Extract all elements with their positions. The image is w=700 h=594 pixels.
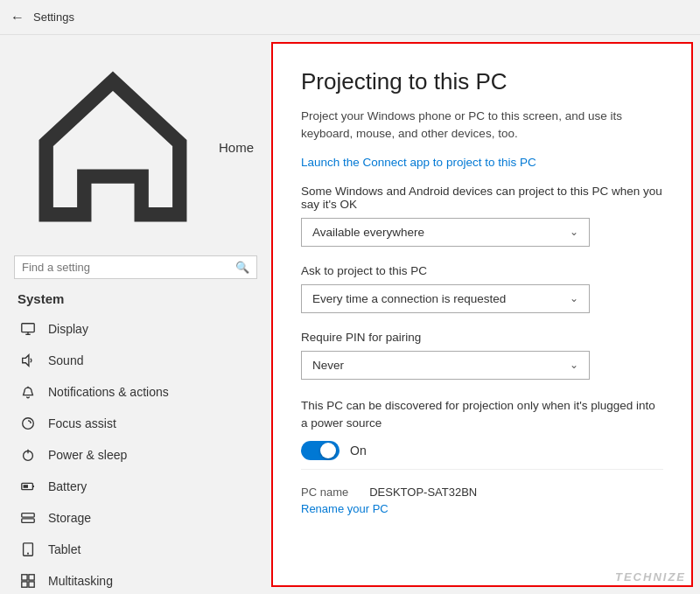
section-availability: Some Windows and Android devices can pro… xyxy=(301,185,663,247)
plug-description: This PC can be discovered for projection… xyxy=(301,397,663,433)
pc-name-key: PC name xyxy=(301,486,348,499)
sidebar-item-label: Power & sleep xyxy=(48,448,127,462)
availability-dropdown[interactable]: Available everywhere ⌄ xyxy=(301,218,590,247)
availability-dropdown-value: Available everywhere xyxy=(312,226,424,239)
pc-info-section: PC name DESKTOP-SAT32BN xyxy=(301,469,663,499)
sidebar-item-label: Storage xyxy=(48,511,91,525)
back-button[interactable]: ← xyxy=(10,10,24,25)
plug-section: This PC can be discovered for projection… xyxy=(301,397,663,461)
home-label: Home xyxy=(219,140,254,155)
sidebar-item-power[interactable]: Power & sleep xyxy=(0,439,271,471)
sidebar-item-label: Tablet xyxy=(48,542,80,556)
search-box[interactable]: 🔍 xyxy=(14,255,257,279)
sidebar-item-storage[interactable]: Storage xyxy=(0,502,271,534)
sidebar-item-sound[interactable]: Sound xyxy=(0,345,271,376)
tablet-icon xyxy=(20,542,36,557)
sidebar-item-home[interactable]: Home xyxy=(0,45,271,250)
pc-name-value: DESKTOP-SAT32BN xyxy=(369,486,477,499)
chevron-down-icon: ⌄ xyxy=(570,226,578,238)
svg-rect-16 xyxy=(29,575,34,580)
sidebar-item-label: Sound xyxy=(48,353,83,367)
pin-dropdown-value: Never xyxy=(312,359,344,372)
svg-rect-10 xyxy=(24,485,28,488)
main-layout: Home 🔍 System Display Sound Notific xyxy=(0,35,700,594)
projection-toggle[interactable] xyxy=(301,441,340,460)
page-description: Project your Windows phone or PC to this… xyxy=(301,108,663,143)
sidebar-item-label: Notifications & actions xyxy=(48,385,169,399)
sidebar: Home 🔍 System Display Sound Notific xyxy=(0,35,271,594)
battery-icon xyxy=(20,479,36,494)
multitasking-icon xyxy=(20,573,36,589)
page-title: Projecting to this PC xyxy=(301,68,663,95)
search-input[interactable] xyxy=(22,261,230,274)
power-icon xyxy=(20,447,36,463)
notifications-icon xyxy=(20,384,36,400)
svg-rect-18 xyxy=(29,582,34,587)
search-icon: 🔍 xyxy=(235,261,249,274)
svg-point-5 xyxy=(23,418,34,430)
sidebar-item-label: Display xyxy=(48,322,88,336)
svg-rect-11 xyxy=(22,514,34,518)
sidebar-item-multitasking[interactable]: Multitasking xyxy=(0,565,271,594)
chevron-down-icon: ⌄ xyxy=(570,359,578,371)
ask-project-dropdown[interactable]: Every time a connection is requested ⌄ xyxy=(301,284,590,313)
sidebar-item-display[interactable]: Display xyxy=(0,313,271,345)
launch-connect-link[interactable]: Launch the Connect app to project to thi… xyxy=(301,156,663,169)
availability-label: Some Windows and Android devices can pro… xyxy=(301,185,663,211)
svg-rect-17 xyxy=(22,582,27,587)
pin-label: Require PIN for pairing xyxy=(301,331,663,344)
display-icon xyxy=(20,321,36,337)
svg-marker-3 xyxy=(23,355,29,367)
titlebar: ← Settings xyxy=(0,0,700,35)
ask-project-label: Ask to project to this PC xyxy=(301,264,663,277)
storage-icon xyxy=(20,510,36,526)
pin-dropdown[interactable]: Never ⌄ xyxy=(301,351,590,380)
chevron-down-icon: ⌄ xyxy=(570,292,578,304)
content-panel: Projecting to this PC Project your Windo… xyxy=(271,42,693,587)
sidebar-item-label: Multitasking xyxy=(48,574,113,588)
toggle-row: On xyxy=(301,441,663,460)
home-icon xyxy=(18,52,208,243)
rename-pc-link[interactable]: Rename your PC xyxy=(301,502,663,515)
watermark: TECHNIZE xyxy=(615,570,686,584)
titlebar-title: Settings xyxy=(33,10,74,24)
svg-rect-15 xyxy=(22,575,27,580)
svg-rect-12 xyxy=(22,519,34,523)
focus-icon xyxy=(20,416,36,431)
section-pin: Require PIN for pairing Never ⌄ xyxy=(301,331,663,380)
system-label: System xyxy=(0,288,271,313)
sidebar-item-notifications[interactable]: Notifications & actions xyxy=(0,376,271,408)
sound-icon xyxy=(20,353,36,368)
toggle-label: On xyxy=(350,444,367,458)
sidebar-item-focus[interactable]: Focus assist xyxy=(0,408,271,439)
sidebar-item-battery[interactable]: Battery xyxy=(0,471,271,502)
section-ask-project: Ask to project to this PC Every time a c… xyxy=(301,264,663,313)
ask-project-dropdown-value: Every time a connection is requested xyxy=(312,292,506,305)
sidebar-item-tablet[interactable]: Tablet xyxy=(0,534,271,565)
sidebar-item-label: Battery xyxy=(48,479,87,493)
sidebar-item-label: Focus assist xyxy=(48,416,116,430)
svg-rect-0 xyxy=(22,324,34,332)
